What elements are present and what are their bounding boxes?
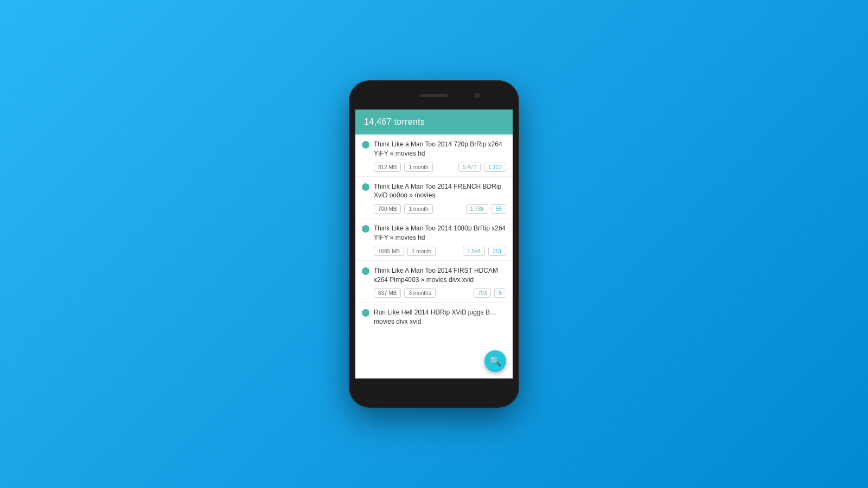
torrent-age: 1 month xyxy=(407,247,436,256)
torrent-age: 1 month xyxy=(404,163,432,172)
phone-screen: 14,467 torrents Think Like a Man Too 201… xyxy=(355,110,513,378)
torrent-leeches: 5 xyxy=(494,288,506,298)
torrent-name: Think Like A Man Too 2014 FRENCH BDRip X… xyxy=(374,182,506,201)
torrent-list[interactable]: Think Like a Man Too 2014 720p BrRip x26… xyxy=(355,134,513,378)
phone-shell: 14,467 torrents Think Like a Man Too 201… xyxy=(350,81,518,407)
torrent-title-row: Run Like Hell 2014 HDRip XViD juggs B… m… xyxy=(362,308,506,326)
torrent-name: Think Like a Man Too 2014 720p BrRip x26… xyxy=(374,140,506,158)
torrent-name: Think Like a Man Too 2014 1080p BrRip x2… xyxy=(374,224,506,242)
phone-speaker xyxy=(420,94,448,97)
torrent-seeds: 1,544 xyxy=(463,247,485,256)
phone-bottom xyxy=(350,378,518,407)
torrent-leeches: 251 xyxy=(488,247,506,256)
torrent-size: 1685 MB xyxy=(374,247,404,256)
torrent-title-row: Think Like a Man Too 2014 720p BrRip x26… xyxy=(362,140,506,158)
header-title: 14,467 torrents xyxy=(364,117,425,126)
torrent-size: 700 MB xyxy=(374,204,401,214)
torrent-size: 637 MB xyxy=(374,288,401,298)
torrent-item[interactable]: Think Like a Man Too 2014 1080p BrRip x2… xyxy=(355,219,513,261)
torrent-name: Think Like A Man Too 2014 FIRST HDCAM x2… xyxy=(374,266,506,285)
torrent-meta: 700 MB 1 month 1,738 55 xyxy=(362,204,506,214)
app-header: 14,467 torrents xyxy=(355,110,513,134)
torrent-item[interactable]: Run Like Hell 2014 HDRip XViD juggs B… m… xyxy=(355,303,513,333)
torrent-meta: 1685 MB 1 month 1,544 251 xyxy=(362,247,506,256)
torrent-meta: 812 MB 1 month 5,477 1,122 xyxy=(362,163,506,172)
torrent-size: 812 MB xyxy=(374,163,401,172)
torrent-status-dot xyxy=(362,267,369,275)
torrent-status-dot xyxy=(362,309,369,317)
torrent-leeches: 1,122 xyxy=(484,163,506,172)
torrent-status-dot xyxy=(362,183,369,191)
torrent-seeds: 793 xyxy=(474,288,492,298)
torrent-title-row: Think Like a Man Too 2014 1080p BrRip x2… xyxy=(362,224,506,242)
torrent-title-row: Think Like A Man Too 2014 FIRST HDCAM x2… xyxy=(362,266,506,285)
torrent-status-dot xyxy=(362,225,369,233)
torrent-age: 3 months xyxy=(404,288,435,298)
torrent-item[interactable]: Think Like A Man Too 2014 FIRST HDCAM x2… xyxy=(355,261,513,303)
torrent-item[interactable]: Think Like A Man Too 2014 FRENCH BDRip X… xyxy=(355,177,513,219)
torrent-seeds: 1,738 xyxy=(466,204,488,214)
search-fab-button[interactable]: 🔍 xyxy=(484,350,506,372)
phone-top xyxy=(350,81,518,110)
torrent-item[interactable]: Think Like a Man Too 2014 720p BrRip x26… xyxy=(355,134,513,177)
torrent-seeds: 5,477 xyxy=(458,163,481,172)
torrent-title-row: Think Like A Man Too 2014 FRENCH BDRip X… xyxy=(362,182,506,201)
torrent-leeches: 55 xyxy=(492,204,506,214)
torrent-age: 1 month xyxy=(404,204,432,214)
torrent-name: Run Like Hell 2014 HDRip XViD juggs B… m… xyxy=(374,308,506,326)
torrent-meta: 637 MB 3 months 793 5 xyxy=(362,288,506,298)
phone-camera xyxy=(475,93,480,98)
torrent-status-dot xyxy=(362,141,369,149)
search-icon: 🔍 xyxy=(489,355,501,367)
